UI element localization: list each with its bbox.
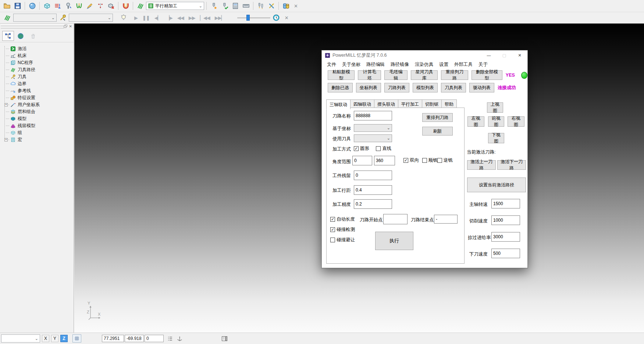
coord-y-field[interactable]: -69.918 xyxy=(125,335,144,342)
tree-item-active[interactable]: 激活 xyxy=(1,45,74,52)
close-icon[interactable]: ✕ xyxy=(512,50,527,60)
view-front-button[interactable]: 前视图 xyxy=(488,116,504,127)
sim-toolbar-close-icon[interactable]: ✕ xyxy=(282,15,291,21)
checkbox-icon[interactable] xyxy=(330,238,335,242)
end-point-input[interactable] xyxy=(434,215,458,224)
calc-block-button[interactable]: 计算毛坯 xyxy=(358,70,381,80)
axis-z-button[interactable]: Z xyxy=(60,335,68,342)
tolerance-input[interactable] xyxy=(354,199,392,209)
tree-item-patterns[interactable]: 参考线 xyxy=(1,87,74,94)
step-forward-icon[interactable]: ▕▶ xyxy=(164,15,174,21)
collision-avoid-checkbox[interactable]: 碰撞避让 xyxy=(330,237,355,243)
expand-icon[interactable]: + xyxy=(4,103,8,106)
model-list-button[interactable]: 模型列表 xyxy=(413,83,438,92)
coord-axes-icon[interactable] xyxy=(177,336,183,342)
tree-item-workplanes[interactable]: +用户坐标系 xyxy=(1,101,74,108)
method-line-checkbox[interactable]: 直线 xyxy=(376,145,391,152)
to-start-icon[interactable]: ▏◀◀ xyxy=(198,15,212,21)
menu-external-tools[interactable]: 外部工具 xyxy=(454,62,473,68)
menu-render-sim[interactable]: 渲染仿真 xyxy=(415,62,433,68)
pause-icon[interactable]: ❚❚ xyxy=(140,15,152,21)
menu-path-edit[interactable]: 路径编辑 xyxy=(366,62,385,68)
base-coord-dropdown[interactable]: ⌄ xyxy=(354,124,392,132)
open-icon[interactable] xyxy=(2,1,12,11)
coord-list-button[interactable]: 坐标列表 xyxy=(356,83,381,92)
speed-slider[interactable] xyxy=(237,14,270,21)
tab-explorer-trash[interactable] xyxy=(27,31,39,41)
play-icon[interactable]: ▶ xyxy=(132,15,139,21)
tree-item-levels-sets[interactable]: 层和组合 xyxy=(1,108,74,115)
toolbar-close-icon[interactable]: ✕ xyxy=(292,3,300,9)
rearrange-button[interactable]: 重排列刀路 xyxy=(422,113,453,122)
toolpath-sim-icon[interactable] xyxy=(2,13,12,22)
activate-prev-toolpath-button[interactable]: 激活上一刀路 xyxy=(467,160,496,170)
tree-item-boundaries[interactable]: 边界 xyxy=(1,80,74,87)
block-icon[interactable] xyxy=(42,1,52,11)
dialog-titlebar[interactable]: PowerMILL 忆梦星河 7.0.6 — ▢ ✕ xyxy=(322,50,527,60)
drive-list-button[interactable]: 驱动列表 xyxy=(469,83,494,92)
tab-3axis[interactable]: 三轴联动 xyxy=(326,99,351,109)
stepover-input[interactable] xyxy=(354,185,392,195)
stock-allowance-input[interactable] xyxy=(354,171,392,180)
tree-item-machine[interactable]: 机床 xyxy=(1,52,74,59)
axis-y-button[interactable]: Y xyxy=(51,335,58,342)
auto-length-checkbox[interactable]: 自动长度 xyxy=(330,216,355,222)
checkbox-icon[interactable] xyxy=(403,158,408,163)
edit-block-button[interactable]: 毛坯编辑 xyxy=(384,70,408,80)
tool-star-icon[interactable] xyxy=(209,1,219,11)
checkbox-icon[interactable] xyxy=(376,146,381,151)
status-dropdown[interactable]: ⌄ xyxy=(1,334,40,343)
light-icon[interactable] xyxy=(118,13,128,22)
tab-explorer-web[interactable] xyxy=(15,31,26,41)
delete-all-models-button[interactable]: 删除全部模型 xyxy=(472,70,502,80)
tool-pair-icon[interactable] xyxy=(256,1,266,11)
tree-item-feature-sets[interactable]: 特征设置 xyxy=(1,94,74,101)
angle-to-input[interactable] xyxy=(374,156,395,165)
view-top-button[interactable]: 上视图 xyxy=(487,102,503,113)
step-back-icon[interactable]: ◀▏ xyxy=(153,15,163,21)
delete-selected-button[interactable]: 删除已选 xyxy=(328,83,353,92)
tool-list-button[interactable]: 刀具列表 xyxy=(441,83,466,92)
sim-tool-icon[interactable] xyxy=(58,13,68,22)
bidirectional-checkbox[interactable]: 双向 xyxy=(403,157,419,164)
tab-explorer-tree[interactable] xyxy=(2,31,14,41)
tree-item-models[interactable]: 模型 xyxy=(1,115,74,122)
menu-file[interactable]: 文件 xyxy=(327,62,336,68)
checkbox-icon[interactable] xyxy=(422,158,427,163)
use-tool-dropdown[interactable]: ⌄ xyxy=(354,134,392,142)
coord-x-field[interactable]: 77.2951 xyxy=(102,335,124,342)
cutting-feed-input[interactable] xyxy=(491,215,520,225)
toolpath-name-input[interactable] xyxy=(354,111,392,120)
shaded-view-icon[interactable] xyxy=(27,1,37,11)
activate-next-toolpath-button[interactable]: 激活下一刀路 xyxy=(497,160,526,170)
toolpath-list-button[interactable]: 刀路列表 xyxy=(384,83,409,92)
minimize-icon[interactable]: — xyxy=(481,50,497,60)
tree-item-groups[interactable]: 组 xyxy=(1,129,74,136)
clock-icon[interactable] xyxy=(271,13,281,22)
view-bottom-button[interactable]: 下视图 xyxy=(488,133,504,143)
sim-toolpath-dropdown[interactable]: ⌄ xyxy=(13,14,57,22)
spindle-speed-input[interactable] xyxy=(491,199,520,208)
checkbox-icon[interactable] xyxy=(330,227,335,232)
strategy-dropdown[interactable]: 平行精加工 ⌄ xyxy=(146,2,204,10)
pattern-pencil-icon[interactable] xyxy=(85,1,95,11)
feedrate-icon[interactable] xyxy=(53,1,63,11)
conventional-mill-checkbox[interactable]: 逆铣 xyxy=(437,157,453,164)
float-panel-icon[interactable] xyxy=(63,24,68,28)
start-point-input[interactable] xyxy=(383,214,408,224)
view-left-button[interactable]: 左视图 xyxy=(467,116,484,127)
coord-z-field[interactable]: 0 xyxy=(145,335,164,342)
save-icon[interactable] xyxy=(13,1,22,11)
menu-settings[interactable]: 设置 xyxy=(439,62,448,68)
set-active-path-button[interactable]: 设置当前激活路径 xyxy=(467,178,526,192)
sim-tool-dropdown[interactable]: ⌄ xyxy=(69,14,113,22)
climb-mill-checkbox[interactable]: 顺铣 xyxy=(422,157,438,164)
tree-item-nc-programs[interactable]: NC程序 xyxy=(1,59,74,66)
panel-layout-icon[interactable] xyxy=(221,336,228,342)
cylinders-icon[interactable] xyxy=(281,1,291,11)
tool-library-button[interactable]: 星河刀具库 xyxy=(411,70,438,80)
panel-close-icon[interactable]: ✕ xyxy=(68,24,73,28)
plunge-feed-input[interactable] xyxy=(491,249,520,258)
menu-coords[interactable]: 关于坐标 xyxy=(342,62,360,68)
points-icon[interactable] xyxy=(95,1,105,11)
